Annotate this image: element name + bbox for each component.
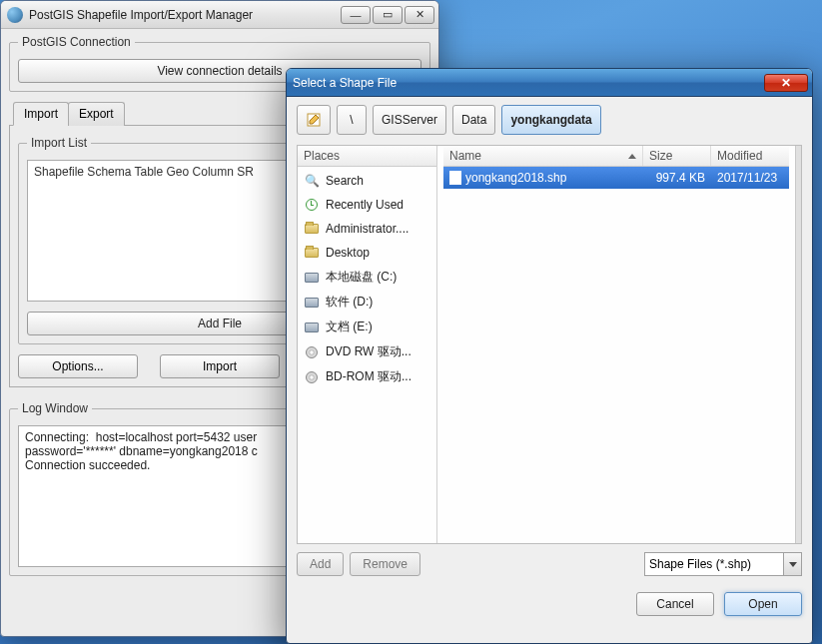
drive-icon [304, 270, 320, 286]
file-pane: Name Size Modified yongkang2018.shp 997.… [443, 146, 789, 543]
import-button[interactable]: Import [160, 354, 280, 378]
place-search[interactable]: 🔍Search [298, 169, 436, 193]
file-browser: Places 🔍Search Recently Used Administrat… [297, 145, 802, 544]
drive-icon [304, 320, 320, 335]
file-row[interactable]: yongkang2018.shp 997.4 KB 2017/11/23 [443, 167, 789, 189]
place-drive-c[interactable]: 本地磁盘 (C:) [298, 265, 436, 290]
maximize-button[interactable]: ▭ [373, 6, 403, 24]
clock-icon [304, 197, 320, 213]
file-name: yongkang2018.shp [465, 171, 566, 185]
file-column-headers: Name Size Modified [443, 146, 789, 167]
place-bd-rom[interactable]: BD-ROM 驱动... [298, 364, 436, 389]
window-controls: — ▭ ✕ [339, 6, 434, 24]
files-list[interactable]: yongkang2018.shp 997.4 KB 2017/11/23 [443, 167, 789, 543]
col-name[interactable]: Name [443, 146, 643, 166]
dialog-titlebar[interactable]: Select a Shape File ✕ [287, 69, 812, 97]
file-modified: 2017/11/23 [711, 169, 789, 187]
places-panel: Places 🔍Search Recently Used Administrat… [298, 146, 437, 543]
filter-dropdown-button[interactable] [784, 552, 802, 576]
disc-icon [304, 344, 320, 360]
dialog-close-button[interactable]: ✕ [764, 74, 808, 92]
file-dialog: Select a Shape File ✕ \ GISServer Data y… [286, 68, 813, 644]
tab-export[interactable]: Export [68, 102, 125, 126]
place-dvd-rw[interactable]: DVD RW 驱动... [298, 339, 436, 364]
main-window-title: PostGIS Shapefile Import/Export Manager [29, 8, 339, 22]
import-list-legend: Import List [27, 136, 91, 150]
places-list: 🔍Search Recently Used Administrator.... … [298, 167, 436, 543]
minimize-button[interactable]: — [341, 6, 371, 24]
close-button[interactable]: ✕ [405, 6, 434, 24]
place-recently-used[interactable]: Recently Used [298, 193, 436, 217]
path-yongkangdata[interactable]: yongkangdata [501, 105, 600, 135]
place-desktop[interactable]: Desktop [298, 241, 436, 265]
options-button[interactable]: Options... [18, 354, 138, 378]
tab-import[interactable]: Import [13, 102, 69, 126]
open-button[interactable]: Open [724, 592, 802, 616]
drive-icon [304, 295, 320, 311]
chevron-down-icon [789, 562, 797, 567]
place-administrator[interactable]: Administrator.... [298, 217, 436, 241]
file-type-filter[interactable]: Shape Files (*.shp) [644, 552, 784, 576]
remove-place-button[interactable]: Remove [350, 552, 420, 576]
cancel-button[interactable]: Cancel [636, 592, 714, 616]
add-place-button[interactable]: Add [297, 552, 344, 576]
main-titlebar[interactable]: PostGIS Shapefile Import/Export Manager … [1, 1, 438, 29]
disc-icon [304, 369, 320, 385]
col-modified[interactable]: Modified [711, 146, 789, 166]
places-header[interactable]: Places [298, 146, 436, 167]
log-legend: Log Window [18, 401, 92, 415]
file-icon [449, 171, 461, 185]
place-drive-e[interactable]: 文档 (E:) [298, 315, 436, 339]
sort-arrow-icon [628, 154, 636, 159]
folder-icon [304, 245, 320, 261]
file-scrollbar[interactable] [795, 146, 801, 543]
place-drive-d[interactable]: 软件 (D:) [298, 290, 436, 315]
col-size[interactable]: Size [643, 146, 711, 166]
dialog-title: Select a Shape File [293, 76, 764, 90]
connection-legend: PostGIS Connection [18, 35, 135, 49]
path-data[interactable]: Data [452, 105, 495, 135]
folder-icon [304, 221, 320, 237]
file-size: 997.4 KB [643, 169, 711, 187]
search-icon: 🔍 [304, 173, 320, 189]
tab-strip: Import Export [13, 102, 430, 126]
postgis-icon [7, 7, 23, 23]
